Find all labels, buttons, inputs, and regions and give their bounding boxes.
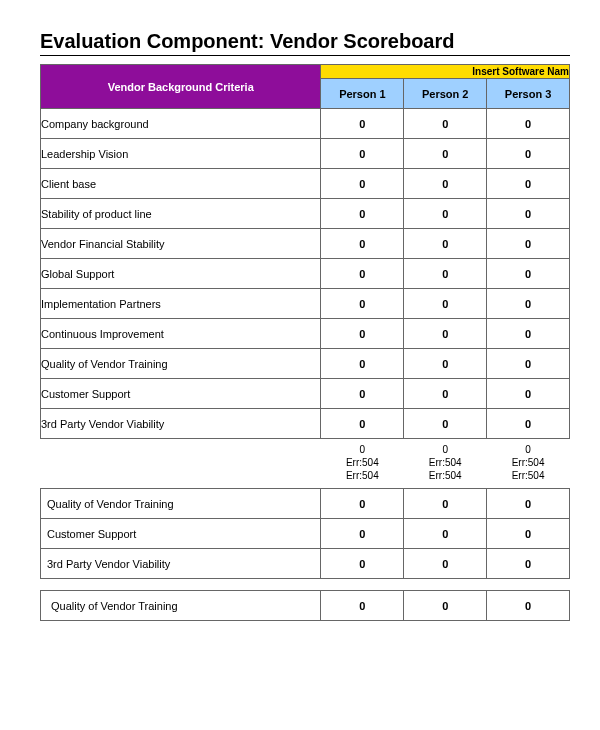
score-cell: 0 [487,109,570,139]
table-row: Quality of Vendor Training000 [41,591,570,621]
criteria-label: Global Support [41,259,321,289]
score-cell: 0 [487,549,570,579]
criteria-label: Implementation Partners [41,289,321,319]
criteria-label: 3rd Party Vendor Viability [41,409,321,439]
score-cell: 0 [487,259,570,289]
score-cell: 0 [321,259,404,289]
score-cell: 0 [321,379,404,409]
table-row: 3rd Party Vendor Viability000 [41,409,570,439]
person-header-3: Person 3 [487,79,570,109]
score-cell: 0 [487,199,570,229]
score-cell: 0 [321,591,404,621]
score-cell: 0 [321,229,404,259]
gap-row [41,579,570,591]
score-cell: 0 [487,409,570,439]
summary-spacer [41,439,321,489]
table-row: Vendor Financial Stability000 [41,229,570,259]
summary-cell: 0Err:504Err:504 [404,439,487,489]
score-cell: 0 [321,319,404,349]
table-row: Customer Support000 [41,379,570,409]
criteria-label: Company background [41,109,321,139]
criteria-label: Quality of Vendor Training [41,349,321,379]
table-row: 3rd Party Vendor Viability000 [41,549,570,579]
table-row: Continuous Improvement000 [41,319,570,349]
score-cell: 0 [404,409,487,439]
criteria-label: Vendor Financial Stability [41,229,321,259]
criteria-label: Stability of product line [41,199,321,229]
score-cell: 0 [487,349,570,379]
score-cell: 0 [404,519,487,549]
score-cell: 0 [404,229,487,259]
summary-cell: 0Err:504Err:504 [487,439,570,489]
score-cell: 0 [321,139,404,169]
person-header-2: Person 2 [404,79,487,109]
score-cell: 0 [487,319,570,349]
score-cell: 0 [404,549,487,579]
score-cell: 0 [404,199,487,229]
criteria-label: Client base [41,169,321,199]
summary-row: 0Err:504Err:5040Err:504Err:5040Err:504Er… [41,439,570,489]
software-name-header: Insert Software Nam [321,65,570,79]
score-cell: 0 [321,489,404,519]
table-row: Global Support000 [41,259,570,289]
criteria-label: Quality of Vendor Training [41,591,321,621]
score-cell: 0 [404,259,487,289]
criteria-label: Continuous Improvement [41,319,321,349]
score-cell: 0 [404,319,487,349]
score-cell: 0 [404,489,487,519]
table-row: Quality of Vendor Training000 [41,349,570,379]
score-cell: 0 [404,349,487,379]
score-cell: 0 [487,229,570,259]
table-row: Leadership Vision000 [41,139,570,169]
score-cell: 0 [321,549,404,579]
score-cell: 0 [404,109,487,139]
person-header-1: Person 1 [321,79,404,109]
score-cell: 0 [404,139,487,169]
criteria-label: Quality of Vendor Training [41,489,321,519]
score-cell: 0 [487,139,570,169]
score-cell: 0 [321,199,404,229]
score-cell: 0 [487,289,570,319]
criteria-label: Customer Support [41,379,321,409]
score-cell: 0 [487,489,570,519]
score-cell: 0 [321,519,404,549]
table-row: Company background000 [41,109,570,139]
score-cell: 0 [404,591,487,621]
table-row: Implementation Partners000 [41,289,570,319]
page-title: Evaluation Component: Vendor Scoreboard [40,30,570,56]
score-cell: 0 [321,409,404,439]
table-row: Stability of product line000 [41,199,570,229]
table-row: Client base000 [41,169,570,199]
criteria-label: Customer Support [41,519,321,549]
score-cell: 0 [487,169,570,199]
summary-cell: 0Err:504Err:504 [321,439,404,489]
score-cell: 0 [321,169,404,199]
score-cell: 0 [321,109,404,139]
score-cell: 0 [404,379,487,409]
scoreboard-table: Vendor Background CriteriaInsert Softwar… [40,64,570,621]
score-cell: 0 [321,289,404,319]
score-cell: 0 [404,289,487,319]
score-cell: 0 [404,169,487,199]
table-row: Customer Support000 [41,519,570,549]
score-cell: 0 [487,591,570,621]
score-cell: 0 [487,519,570,549]
score-cell: 0 [321,349,404,379]
criteria-label: Leadership Vision [41,139,321,169]
criteria-header: Vendor Background Criteria [41,65,321,109]
score-cell: 0 [487,379,570,409]
table-row: Quality of Vendor Training000 [41,489,570,519]
criteria-label: 3rd Party Vendor Viability [41,549,321,579]
